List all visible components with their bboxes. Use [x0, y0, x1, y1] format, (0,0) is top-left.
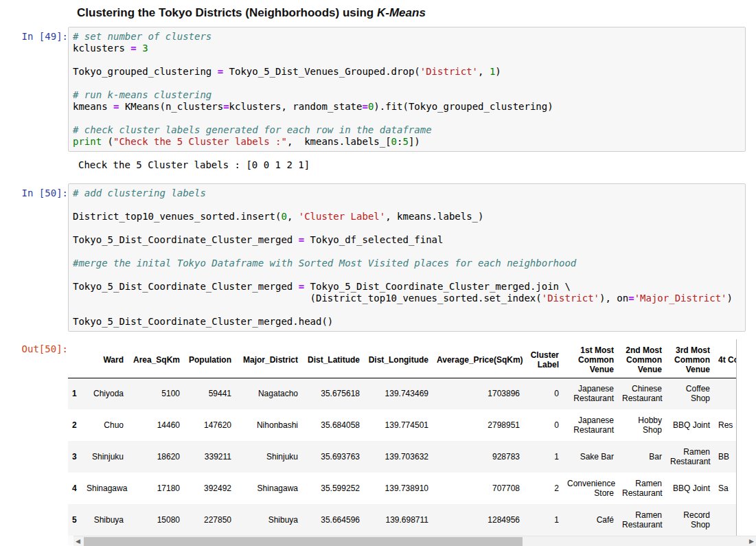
code-token: , — [478, 66, 490, 77]
code-token: Tokyo_5_Dist_Coordinate_Cluster_merged — [73, 234, 299, 245]
output-area-50: Out[50]: WardArea_SqKmPopulationMajor_Di… — [0, 339, 756, 545]
code-token: , — [287, 211, 299, 222]
column-header: Dist_Latitude — [302, 342, 364, 378]
code-token: # add clustering labels — [73, 187, 206, 198]
table-cell: Hobby Shop — [618, 409, 666, 441]
stdout-text: Check the 5 Cluster labels : [0 0 1 2 1] — [68, 159, 310, 170]
row-index: 5 — [68, 504, 82, 536]
dataframe-header-row: WardArea_SqKmPopulationMajor_DistrictDis… — [68, 342, 737, 378]
table-cell: BBQ Joint — [666, 473, 714, 504]
column-header: Average_Price(SqKm) — [433, 342, 524, 378]
table-cell: 1 — [524, 504, 563, 536]
table-cell: Nihonbashi — [236, 409, 302, 441]
table-row: 5Shibuya15080227850Shibuya35.664596139.6… — [68, 504, 737, 536]
table-cell: Coffee Shop — [666, 378, 714, 409]
table-cell: 59441 — [184, 378, 236, 409]
code-token: Tokyo_df_selected_final — [304, 234, 443, 245]
code-token: , kmeans.labels_) — [385, 211, 483, 222]
table-row: 2Chuo14460147620Nihonbashi35.684058139.7… — [68, 409, 737, 441]
table-cell: 1284956 — [433, 504, 524, 536]
code-token: , kmeans.labels_[ — [287, 136, 391, 147]
table-cell: 139.698711 — [364, 504, 433, 536]
code-token: = — [362, 101, 367, 112]
code-token: Tokyo_5_Dist_Coordinate_Cluster_merged.j… — [304, 281, 571, 292]
output-prompt-50: Out[50]: — [0, 339, 68, 545]
code-token: # set number of clusters — [73, 31, 211, 42]
scrollbar-track[interactable] — [82, 537, 747, 546]
table-cell: Shibuya — [236, 504, 302, 536]
page-title: Clustering the Tokyo Districts (Neighbor… — [77, 6, 746, 20]
dataframe-table: WardArea_SqKmPopulationMajor_DistrictDis… — [68, 342, 737, 536]
column-header: Population — [184, 342, 236, 378]
table-cell: 1 — [524, 441, 563, 473]
code-token: Tokyo_5_Dist_Coordinate_Cluster_merged.h… — [73, 316, 333, 327]
table-cell: 0 — [524, 378, 563, 409]
page-title-emphasis: K-Means — [377, 6, 426, 19]
code-token: # check cluster labels generated for eac… — [73, 124, 432, 135]
code-token: District_top10_venues_sorted.insert( — [73, 211, 281, 222]
scroll-left-icon[interactable]: ◀ — [73, 538, 82, 545]
code-token: Tokyo_5_Dist_Coordinate_Cluster_merged — [73, 281, 299, 292]
table-cell: Shinjuku — [236, 441, 302, 473]
table-cell: Chinese Restaurant — [618, 378, 666, 409]
table-cell: Shinagawa — [236, 473, 302, 504]
output-area-49: Check the 5 Cluster labels : [0 0 1 2 1] — [0, 159, 746, 170]
table-cell: Ramen Restaurant — [618, 473, 666, 504]
table-cell: 35.684058 — [302, 409, 364, 441]
code-editor-49[interactable]: # set number of clusters kclusters = 3 T… — [68, 27, 746, 152]
table-cell: 14460 — [128, 409, 184, 441]
scrollbar-thumb[interactable] — [84, 537, 523, 546]
code-token: ), on — [599, 293, 628, 304]
row-index: 4 — [68, 473, 82, 504]
dataframe-container: WardArea_SqKmPopulationMajor_DistrictDis… — [68, 339, 737, 545]
dataframe-body: 1Chiyoda510059441Nagatacho35.675618139.7… — [68, 378, 737, 536]
code-editor-50[interactable]: # add clustering labels District_top10_v… — [68, 183, 746, 332]
code-token: = — [299, 281, 304, 292]
column-header: Major_District — [236, 342, 302, 378]
column-header: 1st Most Common Venue — [563, 342, 618, 378]
table-cell: 17180 — [128, 473, 184, 504]
table-cell: 35.599252 — [302, 473, 364, 504]
input-prompt-50: In [50]: — [0, 183, 68, 332]
code-token: ( — [102, 136, 113, 147]
code-token: 0 — [281, 211, 286, 222]
table-cell: Ramen Restaurant — [618, 504, 666, 536]
scroll-right-icon[interactable]: ▶ — [747, 538, 756, 545]
column-header: Cluster Label — [524, 342, 563, 378]
table-cell: 339211 — [184, 441, 236, 473]
column-header: 2nd Most Common Venue — [618, 342, 666, 378]
code-token — [137, 43, 142, 54]
column-header: 3rd Most Common Venue — [666, 342, 714, 378]
column-header: Dist_Longitude — [364, 342, 433, 378]
table-cell: Nagatacho — [236, 378, 302, 409]
table-cell — [714, 504, 737, 536]
code-50[interactable]: # add clustering labels District_top10_v… — [73, 187, 741, 328]
table-cell — [714, 378, 737, 409]
code-token: 'District' — [420, 66, 478, 77]
code-token: ) — [726, 293, 732, 304]
table-cell: 15080 — [128, 504, 184, 536]
table-cell: 35.693763 — [302, 441, 364, 473]
table-cell: 5100 — [128, 378, 184, 409]
column-header: Ward — [82, 342, 128, 378]
table-cell: 147620 — [184, 409, 236, 441]
table-cell: 139.738910 — [364, 473, 433, 504]
code-token: 0 — [391, 136, 397, 147]
code-cell-49: In [49]: # set number of clusters kclust… — [0, 27, 746, 152]
table-cell: Japanese Restaurant — [563, 378, 618, 409]
code-token: 'Major_District' — [634, 293, 727, 304]
table-cell: BBQ Joint — [666, 409, 714, 441]
code-token: ]) — [409, 136, 420, 147]
code-token: 'District' — [542, 293, 599, 304]
code-token: ) — [495, 66, 501, 77]
page-horizontal-scrollbar[interactable]: ◀ ▶ — [73, 536, 756, 546]
table-cell: Sa — [714, 473, 737, 504]
table-cell: Chiyoda — [82, 378, 128, 409]
code-49[interactable]: # set number of clusters kclusters = 3 T… — [73, 31, 741, 148]
table-cell: 1703896 — [433, 378, 524, 409]
code-token: = — [223, 101, 229, 112]
table-cell: 35.664596 — [302, 504, 364, 536]
table-cell: 0 — [524, 409, 563, 441]
row-index: 2 — [68, 409, 82, 441]
input-prompt-49: In [49]: — [0, 27, 68, 152]
